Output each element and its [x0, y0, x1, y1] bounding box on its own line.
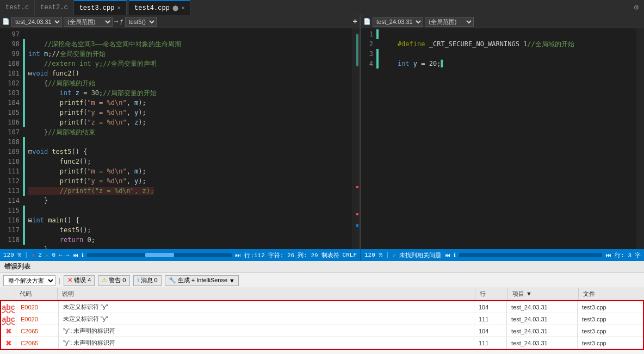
- warning-filter-icon: ⚠: [102, 277, 107, 284]
- status-divider: |: [24, 252, 28, 258]
- code-content-right[interactable]: #define _CRT_SECURE_NO_WARNINGS 1//全局域的开…: [379, 28, 636, 249]
- ep-divider: |: [59, 277, 60, 284]
- row-project-3: test_24.03.31: [507, 325, 578, 337]
- editor-right: 📄 test_24.03.31 (全局范围) 1234 #de: [361, 15, 644, 249]
- col-project-header[interactable]: 项目 ▼: [508, 288, 579, 300]
- squiggle-icon-2: abc: [2, 315, 15, 324]
- error-circle-icon-2: ✖: [5, 339, 12, 347]
- errors-filter-btn[interactable]: ✕ 错误 4: [64, 275, 95, 286]
- warnings-btn-label: 警告 0: [109, 276, 126, 284]
- row-line-1: 104: [474, 301, 507, 313]
- error-panel-title: 错误列表: [0, 261, 644, 273]
- left-editor-toolbar: 📄 test_24.03.31 (全局范围) → ƒ test5() +: [0, 15, 360, 28]
- tab-test2-c[interactable]: test2.c: [35, 0, 73, 15]
- tab-test4-cpp[interactable]: test4.cpp ⬤ ×: [129, 0, 190, 15]
- col-line-header[interactable]: 行: [475, 288, 508, 300]
- row-code-2: E0020: [16, 313, 59, 325]
- error-count: 2: [38, 252, 42, 258]
- error-row-4[interactable]: ✖ C2065 "y": 未声明的标识符 111 test_24.03.31 t…: [1, 337, 643, 349]
- nav-fwd-btn[interactable]: →: [66, 252, 70, 258]
- row-desc-2: 未定义标识符 "y": [59, 313, 474, 325]
- scroll-strip-left[interactable]: [352, 28, 360, 249]
- row-line-3: 104: [474, 325, 507, 337]
- right-editor-toolbar: 📄 test_24.03.31 (全局范围): [361, 15, 644, 28]
- warnings-filter-btn[interactable]: ⚠ 警告 0: [98, 275, 129, 286]
- row-file-4: test3.cpp: [578, 337, 643, 349]
- close-icon[interactable]: ×: [117, 5, 121, 11]
- error-row-2[interactable]: abc E0020 未定义标识符 "y" 111 test_24.03.31 t…: [1, 313, 643, 325]
- right-scope-select-1[interactable]: test_24.03.31: [373, 17, 423, 27]
- scope-select-2[interactable]: (全局范围): [64, 17, 113, 27]
- row-code-3: C2065: [16, 325, 59, 337]
- error-row-1[interactable]: abc E0020 未定义标识符 "y" 104 test_24.03.31 t…: [1, 301, 643, 313]
- error-icon: ✕: [32, 252, 35, 259]
- zoom-level-right: 120 %: [364, 252, 382, 258]
- col-info: 列: 29: [298, 251, 318, 259]
- toolbar-icon-left: 📄: [2, 18, 10, 25]
- row-icon-4: ✖: [1, 337, 16, 349]
- error-circle-icon: ✖: [5, 327, 12, 336]
- scroll-strip-right[interactable]: [636, 28, 644, 249]
- tab-test-c[interactable]: test.c: [0, 0, 35, 15]
- left-code-area: 979899100101 102103104105106 10710810911…: [0, 28, 360, 249]
- scope-select-1[interactable]: test_24.03.31: [11, 17, 62, 27]
- warning-icon: ⚠: [45, 252, 49, 259]
- char-info: 字符: 26: [268, 251, 294, 259]
- info-filter-icon: ℹ: [137, 277, 139, 284]
- col-icon-header: [0, 288, 15, 300]
- error-table: 代码 说明 行 项目 ▼ 文件 abc E0020 未定义标识符 "y" 104…: [0, 288, 644, 354]
- line-info: 行:112: [244, 251, 264, 259]
- right-scope-select-2[interactable]: (全局范围): [425, 17, 474, 27]
- right-nav-double-right[interactable]: ⏭: [605, 252, 611, 259]
- nav-double-left[interactable]: ⏮: [72, 252, 78, 259]
- right-char-info: 字: [635, 251, 641, 259]
- build-filter-btn[interactable]: 🔧 生成 + IntelliSense ▼: [165, 275, 239, 286]
- error-filter-icon: ✕: [67, 277, 72, 284]
- toolbar-icon-right: 📄: [363, 18, 371, 25]
- error-row-3[interactable]: ✖ C2065 "y": 未声明的标识符 104 test_24.03.31 t…: [1, 325, 643, 337]
- col-code-header[interactable]: 代码: [15, 288, 58, 300]
- build-btn-label: 生成 + IntelliSense: [178, 276, 227, 284]
- scope-select-3[interactable]: test5(): [125, 17, 157, 27]
- row-file-1: test3.cpp: [578, 301, 643, 313]
- build-dropdown-icon: ▼: [229, 277, 235, 284]
- tab-label: test.c: [5, 4, 29, 11]
- errors-btn-label: 错误 4: [74, 276, 91, 284]
- right-line-info: 行: 3: [615, 251, 631, 259]
- left-status-bar: 120 % | ✕ 2 ⚠ 0 ← → ⏮ ℹ ⏭ 行:112 字符: 26 列…: [0, 249, 361, 261]
- solution-select[interactable]: 整个解决方案: [3, 275, 55, 286]
- info-icon: ℹ: [82, 252, 84, 259]
- row-code-4: C2065: [16, 337, 59, 349]
- tab-test3-cpp[interactable]: test3.cpp ×: [74, 0, 127, 15]
- close-icon[interactable]: ×: [181, 5, 185, 11]
- row-desc-3: "y": 未声明的标识符: [59, 325, 474, 337]
- editor-left: 📄 test_24.03.31 (全局范围) → ƒ test5() + 979…: [0, 15, 361, 249]
- error-table-header: 代码 说明 行 项目 ▼ 文件: [0, 288, 644, 300]
- col-desc-header[interactable]: 说明: [58, 288, 475, 300]
- nav-double-right[interactable]: ⏭: [235, 252, 241, 259]
- tab-info: 制表符: [321, 251, 339, 259]
- col-file-header[interactable]: 文件: [579, 288, 644, 300]
- row-line-4: 111: [474, 337, 507, 349]
- messages-filter-btn[interactable]: ℹ 消息 0: [133, 275, 162, 286]
- code-content-left[interactable]: //深挖命名空间3——命名空间中对象的生命周期 int m;//全局变量的开始 …: [25, 28, 352, 249]
- scrollbar-track-right[interactable]: [459, 253, 602, 257]
- row-line-2: 111: [474, 313, 507, 325]
- nav-back-btn[interactable]: ←: [59, 252, 63, 258]
- row-icon-2: abc: [1, 313, 16, 325]
- status-bars-container: 120 % | ✕ 2 ⚠ 0 ← → ⏮ ℹ ⏭ 行:112 字符: 26 列…: [0, 249, 644, 261]
- tab-label: test4.cpp: [134, 4, 170, 12]
- row-project-4: test_24.03.31: [507, 337, 578, 349]
- row-icon-3: ✖: [1, 325, 16, 337]
- toolbar-add-icon[interactable]: +: [353, 17, 357, 26]
- right-nav-double-left[interactable]: ⏮: [444, 252, 450, 259]
- build-icon: 🔧: [169, 277, 176, 284]
- settings-icon[interactable]: ⚙: [629, 0, 644, 15]
- row-code-1: E0020: [16, 301, 59, 313]
- right-info-icon: ℹ: [454, 252, 456, 259]
- scrollbar-track-left[interactable]: [87, 253, 232, 257]
- error-rows-container: abc E0020 未定义标识符 "y" 104 test_24.03.31 t…: [0, 300, 644, 350]
- tab-label: test3.cpp: [79, 4, 115, 12]
- squiggle-icon: abc: [2, 303, 15, 312]
- row-icon-1: abc: [1, 301, 16, 313]
